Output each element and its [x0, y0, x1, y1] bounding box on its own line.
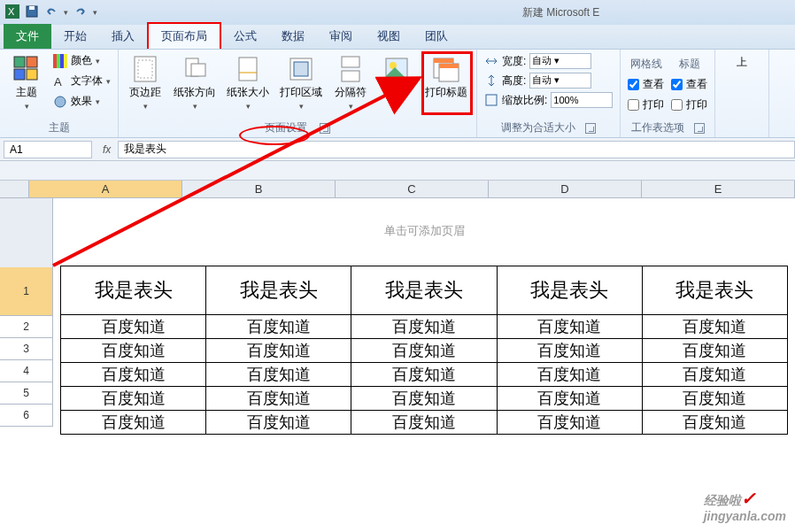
print-titles-button[interactable]: 打印标题 [423, 53, 469, 102]
table-cell[interactable]: 百度知道 [206, 363, 351, 387]
background-button[interactable]: 背景 [377, 53, 416, 102]
save-icon[interactable] [25, 4, 39, 21]
table-cell[interactable]: 百度知道 [206, 339, 351, 363]
themes-button[interactable]: 主题 ▾ [7, 53, 46, 112]
tab-data[interactable]: 数据 [269, 24, 317, 49]
table-cell[interactable]: 百度知道 [351, 387, 497, 411]
table-row: 百度知道百度知道百度知道百度知道百度知道 [61, 387, 788, 411]
table-cell[interactable]: 百度知道 [642, 363, 787, 387]
page-preview[interactable]: 单击可添加页眉 我是表头我是表头我是表头我是表头我是表头百度知道百度知道百度知道… [53, 198, 795, 435]
print-titles-icon [432, 55, 460, 83]
effects-button[interactable]: 效果▾ [53, 94, 111, 109]
tab-view[interactable]: 视图 [365, 24, 413, 49]
redo-icon[interactable] [73, 4, 88, 21]
name-box[interactable]: A1 [4, 141, 92, 158]
tab-file[interactable]: 文件 [4, 24, 51, 49]
table-cell[interactable]: 百度知道 [351, 363, 497, 387]
row-header[interactable]: 4 [0, 360, 53, 382]
colors-button[interactable]: 颜色▾ [53, 53, 111, 68]
table-header-cell[interactable]: 我是表头 [497, 266, 642, 315]
height-combo[interactable]: 自动 ▾ [529, 73, 591, 89]
table-cell[interactable]: 百度知道 [206, 411, 351, 435]
row-header[interactable]: 6 [0, 405, 53, 427]
table-cell[interactable]: 百度知道 [351, 315, 497, 339]
column-header[interactable]: E [642, 181, 795, 197]
table-cell[interactable]: 百度知道 [351, 339, 497, 363]
table-header-cell[interactable]: 我是表头 [206, 266, 351, 315]
svg-rect-10 [60, 54, 64, 68]
table-cell[interactable]: 百度知道 [61, 411, 206, 435]
select-all-corner[interactable] [0, 181, 29, 198]
table-cell[interactable]: 百度知道 [206, 315, 351, 339]
table-cell[interactable]: 百度知道 [497, 363, 642, 387]
page-header-placeholder[interactable]: 单击可添加页眉 [60, 223, 788, 239]
table-row: 百度知道百度知道百度知道百度知道百度知道 [61, 315, 788, 339]
scale-input[interactable] [551, 92, 613, 108]
row-header[interactable]: 1 [0, 267, 53, 316]
row-header[interactable]: 2 [0, 316, 53, 338]
orientation-button[interactable]: 纸张方向▾ [172, 53, 218, 112]
svg-rect-21 [294, 62, 308, 76]
tab-team[interactable]: 团队 [413, 24, 460, 49]
column-header[interactable]: A [29, 181, 182, 197]
table-cell[interactable]: 百度知道 [61, 315, 206, 339]
table-cell[interactable]: 百度知道 [497, 387, 642, 411]
svg-rect-9 [57, 54, 60, 68]
undo-dropdown-icon[interactable]: ▾ [64, 8, 68, 17]
width-combo[interactable]: 自动 ▾ [529, 53, 591, 69]
qat-customize-icon[interactable]: ▾ [93, 8, 97, 17]
formula-input[interactable]: 我是表头 [118, 141, 795, 158]
table-cell[interactable]: 百度知道 [497, 339, 642, 363]
svg-text:A: A [54, 75, 62, 89]
gridlines-print-checkbox[interactable]: 打印 [628, 97, 664, 112]
breaks-button[interactable]: 分隔符▾ [331, 53, 370, 112]
svg-rect-17 [191, 64, 205, 76]
svg-rect-22 [342, 57, 359, 67]
table-cell[interactable]: 百度知道 [351, 411, 497, 435]
group-themes: 主题 ▾ 颜色▾ A 文字体▾ 效果▾ 主题 [0, 50, 119, 137]
tab-page-layout[interactable]: 页面布局 [147, 22, 221, 49]
headings-view-checkbox[interactable]: 查看 [671, 77, 707, 92]
table-header-cell[interactable]: 我是表头 [642, 266, 787, 315]
tab-insert[interactable]: 插入 [99, 24, 147, 49]
svg-rect-3 [29, 6, 35, 10]
table-cell[interactable]: 百度知道 [61, 387, 206, 411]
table-cell[interactable]: 百度知道 [642, 339, 787, 363]
table-header-cell[interactable]: 我是表头 [61, 266, 206, 315]
tab-formulas[interactable]: 公式 [221, 24, 269, 49]
page-setup-launcher[interactable] [320, 123, 330, 134]
size-button[interactable]: 纸张大小▾ [225, 53, 271, 112]
column-header[interactable]: B [182, 181, 336, 197]
sheet-options-launcher[interactable] [694, 123, 705, 134]
row-header[interactable]: 3 [0, 338, 53, 360]
row-header[interactable]: 5 [0, 382, 53, 405]
gridlines-view-checkbox[interactable]: 查看 [628, 77, 664, 92]
themes-icon [12, 55, 41, 83]
svg-rect-6 [14, 69, 25, 80]
undo-icon[interactable] [44, 4, 58, 21]
scale-icon [484, 93, 498, 107]
table-cell[interactable]: 百度知道 [497, 411, 642, 435]
svg-rect-23 [342, 71, 359, 81]
column-header[interactable]: D [489, 181, 642, 197]
table-header-cell[interactable]: 我是表头 [351, 266, 497, 315]
table-cell[interactable]: 百度知道 [642, 411, 787, 435]
tab-home[interactable]: 开始 [51, 24, 99, 49]
bring-forward-button[interactable]: 上 [722, 53, 761, 72]
fx-label[interactable]: fx [96, 143, 118, 156]
table-cell[interactable]: 百度知道 [642, 315, 787, 339]
table-cell[interactable]: 百度知道 [497, 315, 642, 339]
table-cell[interactable]: 百度知道 [642, 387, 787, 411]
print-area-button[interactable]: 打印区域▾ [278, 53, 324, 112]
margins-button[interactable]: 页边距▾ [126, 53, 165, 112]
headings-print-checkbox[interactable]: 打印 [671, 97, 707, 112]
orientation-icon [181, 55, 209, 83]
table-cell[interactable]: 百度知道 [61, 363, 206, 387]
fonts-button[interactable]: A 文字体▾ [53, 73, 111, 89]
table-cell[interactable]: 百度知道 [206, 387, 351, 411]
chevron-down-icon: ▾ [25, 102, 29, 111]
scale-launcher[interactable] [585, 123, 596, 134]
tab-review[interactable]: 审阅 [317, 24, 365, 49]
table-cell[interactable]: 百度知道 [61, 339, 206, 363]
column-header[interactable]: C [336, 181, 489, 197]
